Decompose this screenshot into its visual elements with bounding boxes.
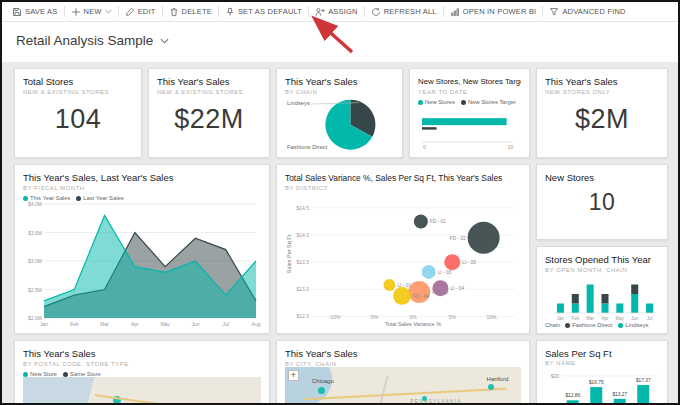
svg-text:$3.5M: $3.5M xyxy=(28,230,42,236)
delete-button[interactable]: DELETE xyxy=(163,2,218,21)
refresh-icon xyxy=(371,7,381,17)
map-city-label: Chicago xyxy=(312,378,334,384)
area-chart[interactable]: $4.0M$3.5M$3.0M$2.5M$2.0MJanFebMarAprMay… xyxy=(23,201,261,328)
tile-title: This Year's Sales xyxy=(545,76,659,88)
tile-title: This Year's Sales xyxy=(285,76,394,88)
zoom-in-button[interactable]: + xyxy=(288,370,299,381)
open-in-power-bi-button[interactable]: OPEN IN POWER BI xyxy=(444,2,543,21)
svg-text:FD - 01: FD - 01 xyxy=(430,219,446,224)
new-label: NEW xyxy=(84,7,102,16)
svg-text:FD - 03: FD - 03 xyxy=(432,290,448,295)
edit-label: EDIT xyxy=(138,7,156,16)
svg-text:$12.5: $12.5 xyxy=(296,313,309,319)
advanced-find-label: ADVANCED FIND xyxy=(562,7,625,16)
edit-icon xyxy=(125,7,135,17)
assign-label: ASSIGN xyxy=(328,7,358,16)
svg-text:$13.0: $13.0 xyxy=(296,286,309,292)
tile-total-stores[interactable]: Total Stores NEW & EXISTING STORES 104 xyxy=(14,68,142,158)
svg-text:Aug: Aug xyxy=(252,321,261,327)
tile-subtitle: NEW & EXISTING STORES xyxy=(23,89,133,95)
advanced-find-button[interactable]: ADVANCED FIND xyxy=(543,2,631,21)
tile-title: This Year's Sales xyxy=(157,76,261,88)
assign-person-icon xyxy=(315,7,325,17)
legend-dot xyxy=(23,196,28,201)
svg-text:FD - 04: FD - 04 xyxy=(413,294,429,299)
open-in-power-bi-label: OPEN IN POWER BI xyxy=(463,7,537,16)
save-as-label: SAVE AS xyxy=(25,7,58,16)
power-bi-icon xyxy=(450,7,460,17)
refresh-all-button[interactable]: REFRESH ALL xyxy=(365,2,443,21)
bar-chart[interactable]: $20$10$12.86$16.75$13.27$17.37 xyxy=(545,366,659,405)
svg-text:-10%: -10% xyxy=(329,314,341,320)
save-icon xyxy=(12,7,22,17)
tile-title: Stores Opened This Year xyxy=(545,254,659,266)
app-window: SAVE AS NEW EDIT DELETE SET AS DEFAULT A… xyxy=(0,0,680,405)
svg-text:$2.5M: $2.5M xyxy=(28,287,42,293)
tile-sales-by-postal[interactable]: This Year's Sales BY POSTAL CODE, STORE … xyxy=(14,340,270,405)
trash-icon xyxy=(169,7,179,17)
svg-text:$13.5: $13.5 xyxy=(296,259,309,265)
svg-text:0: 0 xyxy=(423,144,426,150)
svg-text:Fashions Direct: Fashions Direct xyxy=(287,144,328,150)
column-chart[interactable]: JanFebMarAprMayJunJul xyxy=(545,273,659,321)
tile-title: Sales Per Sq Ft xyxy=(545,348,659,359)
pie-chart-svg: LindseysFashions Direct xyxy=(285,95,394,152)
save-as-button[interactable]: SAVE AS xyxy=(6,2,64,21)
tile-subtitle: BY POSTAL CODE, STORE TYPE xyxy=(23,361,261,367)
tile-subtitle: NEW STORES ONLY xyxy=(545,89,659,95)
legend-dot xyxy=(23,372,28,377)
new-button[interactable]: NEW xyxy=(65,2,118,21)
card-value: 104 xyxy=(23,104,133,135)
set-as-default-label: SET AS DEFAULT xyxy=(238,7,302,16)
area-chart-svg: $4.0M$3.5M$3.0M$2.5M$2.0MJanFebMarAprMay… xyxy=(23,201,261,328)
map-by-postal-code[interactable] xyxy=(23,377,261,405)
plus-icon xyxy=(71,7,81,17)
tile-sales-by-chain[interactable]: This Year's Sales BY CHAIN LindseysFashi… xyxy=(276,68,403,158)
dashboard-title-dropdown[interactable]: Retail Analysis Sample xyxy=(16,33,169,48)
scatter-chart[interactable]: $14.5$14.0$13.5$13.0$12.5-10%-5%0%5%10%T… xyxy=(285,191,521,328)
map-by-city[interactable]: + Chicago Hartford OHIO PENNSYLVANIA xyxy=(285,367,521,405)
legend-dot xyxy=(565,323,570,328)
tile-variance-scatter[interactable]: Total Sales Variance %, Sales Per Sq Ft,… xyxy=(276,164,530,334)
legend-label: Lindseys xyxy=(625,322,648,328)
legend-dot xyxy=(618,323,623,328)
edit-button[interactable]: EDIT xyxy=(119,2,162,21)
svg-text:$12.86: $12.86 xyxy=(565,393,580,398)
tile-sales-per-sqft[interactable]: Sales Per Sq Ft BY NAME $20$10$12.86$16.… xyxy=(536,340,668,405)
svg-text:May: May xyxy=(160,321,170,327)
tile-sales-by-city[interactable]: This Year's Sales BY CITY, CHAIN + Chica… xyxy=(276,340,530,405)
svg-text:0%: 0% xyxy=(409,314,417,320)
tile-stores-opened[interactable]: Stores Opened This Year BY OPEN MONTH, C… xyxy=(536,246,668,334)
chevron-down-icon xyxy=(105,9,112,14)
svg-text:May: May xyxy=(616,316,625,321)
tile-this-year-sales[interactable]: This Year's Sales NEW & EXISTING STORES … xyxy=(148,68,270,158)
chart-legend: Chain Fashions DirectLindseys xyxy=(545,322,659,328)
tile-sales-by-month[interactable]: This Year's Sales, Last Year's Sales BY … xyxy=(14,164,270,334)
dashboard-canvas: Total Stores NEW & EXISTING STORES 104 T… xyxy=(2,62,678,403)
svg-text:$16.75: $16.75 xyxy=(589,380,604,385)
tile-new-stores-sales[interactable]: This Year's Sales NEW STORES ONLY $2M xyxy=(536,68,668,158)
svg-text:Lindseys: Lindseys xyxy=(287,100,310,106)
assign-button[interactable]: ASSIGN xyxy=(309,2,364,21)
tile-new-stores-target[interactable]: New Stores, New Stores Target YEAR TO DA… xyxy=(409,68,530,158)
pie-chart[interactable]: LindseysFashions Direct xyxy=(285,95,394,152)
hbar-chart-svg: 010 xyxy=(418,105,521,152)
legend-dot xyxy=(461,100,466,105)
tile-subtitle: BY FISCAL MONTH xyxy=(23,185,261,191)
bar-chart[interactable]: 010 xyxy=(418,105,521,152)
svg-text:$3.0M: $3.0M xyxy=(28,258,42,264)
delete-label: DELETE xyxy=(182,7,212,16)
map-road xyxy=(372,375,389,405)
funnel-icon xyxy=(549,7,559,17)
tile-new-stores-card[interactable]: New Stores 10 xyxy=(536,164,668,240)
set-as-default-button[interactable]: SET AS DEFAULT xyxy=(219,2,308,21)
page-title: Retail Analysis Sample xyxy=(16,33,153,48)
svg-text:10: 10 xyxy=(507,144,513,150)
legend-dot xyxy=(76,196,81,201)
tile-title: This Year's Sales xyxy=(23,348,261,360)
refresh-all-label: REFRESH ALL xyxy=(384,7,437,16)
svg-text:Jul: Jul xyxy=(647,316,653,321)
tile-subtitle: YEAR TO DATE xyxy=(418,89,521,95)
svg-text:Mar: Mar xyxy=(586,316,594,321)
svg-text:Jan: Jan xyxy=(557,316,565,321)
